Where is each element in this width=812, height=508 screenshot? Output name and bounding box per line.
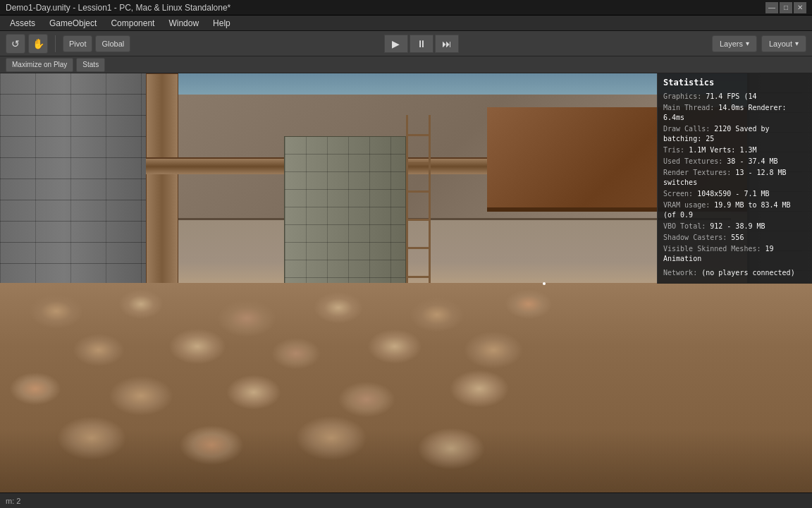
- pivot-label: Pivot: [69, 40, 86, 48]
- toolbar: ↺ ✋ Pivot Global ▶ ⏸ ⏭ Layers Layout: [0, 31, 812, 56]
- layers-dropdown[interactable]: Layers: [712, 35, 757, 52]
- stat-value-2: 1.1M Verts: 1.3M: [689, 146, 756, 154]
- status-bar: m: 2: [0, 492, 812, 508]
- stat-value-8: 556: [731, 234, 744, 241]
- title-text: Demo1-Day.unity - Lession1 - PC, Mac & L…: [6, 3, 230, 13]
- stat-label-9: Visible Skinned Meshes:: [663, 245, 761, 253]
- ladder-rung-3: [406, 190, 431, 193]
- ladder-rung-1: [406, 134, 431, 136]
- pivot-group: Pivot Global: [63, 35, 130, 52]
- scene-toolbar: Maximize on Play Stats: [0, 56, 812, 73]
- stat-label-6: VRAM usage:: [663, 201, 710, 209]
- pivot-button[interactable]: Pivot: [63, 35, 92, 52]
- hand-tool-button[interactable]: ✋: [28, 34, 48, 54]
- global-button[interactable]: Global: [95, 35, 130, 52]
- stat-row-0: Main Thread: 14.0ms Renderer: 6.4ms: [663, 103, 806, 123]
- menu-gameobject[interactable]: GameObject: [42, 17, 104, 30]
- status-text: m: 2: [6, 497, 20, 505]
- stat-label-0: Main Thread:: [663, 104, 714, 111]
- stat-row-8: Shadow Casters: 556: [663, 233, 806, 243]
- stat-row-6: VRAM usage: 19.9 MB to 83.4 MB (of 0.9: [663, 200, 806, 220]
- toolbar-separator-1: [55, 35, 56, 52]
- stat-label-3: Used Textures:: [663, 157, 722, 165]
- right-toolbar: Layers Layout: [712, 35, 806, 52]
- stats-panel: Statistics Graphics: 71.4 FPS (14 Main T…: [657, 73, 812, 284]
- stat-row-7: VBO Total: 912 - 38.9 MB: [663, 222, 806, 231]
- ladder-rung-5: [406, 247, 431, 249]
- scene-view[interactable]: Maximize on Play Stats: [0, 56, 812, 492]
- stat-value-3: 38 - 37.4 MB: [727, 157, 777, 165]
- title-bar-controls: — □ ✕: [765, 2, 806, 13]
- stat-row-2: Tris: 1.1M Verts: 1.3M: [663, 145, 806, 155]
- stats-button[interactable]: Stats: [76, 58, 105, 72]
- graphics-fps: 71.4 FPS (14: [706, 92, 756, 100]
- ground: [0, 283, 812, 492]
- refresh-button[interactable]: ↺: [6, 34, 25, 54]
- ladder-rung-2: [406, 162, 431, 164]
- title-bar: Demo1-Day.unity - Lession1 - PC, Mac & L…: [0, 0, 812, 16]
- stat-label-8: Shadow Casters:: [663, 234, 727, 241]
- global-label: Global: [102, 40, 124, 48]
- minimize-button[interactable]: —: [765, 2, 778, 13]
- stats-title: Statistics: [663, 78, 806, 87]
- stat-label-1: Draw Calls:: [663, 125, 710, 133]
- menu-help[interactable]: Help: [206, 17, 238, 30]
- menu-window[interactable]: Window: [161, 17, 206, 30]
- stat-value-5: 1048x590 - 7.1 MB: [697, 190, 769, 198]
- network-label: Network:: [663, 269, 697, 277]
- transform-tools: ↺ ✋: [6, 34, 48, 54]
- network-value: (no players connected): [701, 269, 794, 277]
- layout-label: Layout: [769, 40, 792, 48]
- stat-row-1: Draw Calls: 2120 Saved by batching: 25: [663, 124, 806, 144]
- graphics-label: Graphics:: [663, 92, 701, 100]
- stat-label-2: Tris:: [663, 146, 684, 154]
- stat-row-5: Screen: 1048x590 - 7.1 MB: [663, 189, 806, 199]
- menu-component[interactable]: Component: [104, 17, 161, 30]
- stat-row-9: Visible Skinned Meshes: 19 Animation: [663, 244, 806, 264]
- stat-label-4: Render Textures:: [663, 169, 731, 176]
- step-button[interactable]: ⏭: [435, 35, 459, 53]
- maximize-on-play-button[interactable]: Maximize on Play: [6, 58, 73, 72]
- ladder-rung-6: [406, 276, 431, 278]
- play-controls: ▶ ⏸ ⏭: [384, 35, 459, 53]
- menu-bar: Assets GameObject Component Window Help: [0, 16, 812, 31]
- stat-label-5: Screen:: [663, 190, 693, 198]
- main-content: Maximize on Play Stats: [0, 56, 812, 492]
- ground-shadow: [0, 283, 812, 492]
- structure-texture: [285, 137, 405, 303]
- ladder-rung-4: [406, 219, 431, 221]
- layout-dropdown[interactable]: Layout: [761, 35, 806, 52]
- stat-row-4: Render Textures: 13 - 12.8 MB switches: [663, 168, 806, 188]
- stat-label-7: VBO Total:: [663, 222, 706, 230]
- network-row: Network: (no players connected): [663, 268, 806, 278]
- background-structure: [284, 136, 406, 304]
- layers-label: Layers: [720, 40, 743, 48]
- maximize-button[interactable]: □: [780, 2, 792, 13]
- ladder: [406, 115, 431, 303]
- stat-value-7: 912 - 38.9 MB: [710, 222, 765, 230]
- stat-row-3: Used Textures: 38 - 37.4 MB: [663, 157, 806, 167]
- menu-assets[interactable]: Assets: [3, 17, 42, 30]
- pause-button[interactable]: ⏸: [410, 35, 433, 53]
- play-button[interactable]: ▶: [384, 35, 408, 53]
- graphics-row: Graphics: 71.4 FPS (14: [663, 92, 806, 102]
- close-button[interactable]: ✕: [794, 2, 806, 13]
